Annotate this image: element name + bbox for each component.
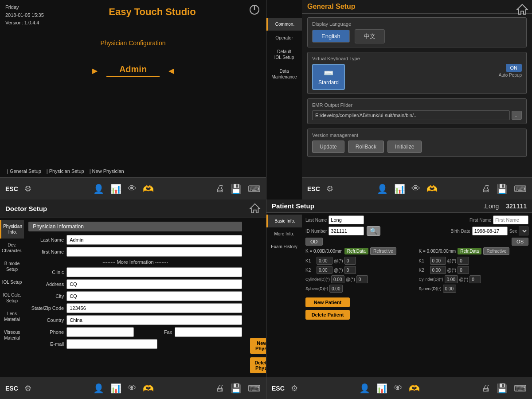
patient-sidebar-exam-history[interactable]: Exam History	[266, 240, 302, 253]
nav-new-physician[interactable]: | New Physician	[90, 168, 124, 174]
sidebar-operator[interactable]: Operator	[266, 31, 302, 44]
delete-patient-btn[interactable]: Delete Patient	[305, 310, 350, 320]
od-refr-data-btn[interactable]: Refr.Data	[344, 248, 368, 254]
fax-input[interactable]	[175, 327, 242, 337]
eye-icon[interactable]: 👁	[128, 184, 137, 194]
od-k2-axis-input[interactable]	[344, 266, 356, 274]
general-save-icon[interactable]: 💾	[497, 184, 508, 194]
od-k1-axis-input[interactable]	[344, 257, 356, 265]
admin-prev-btn[interactable]: ▶	[92, 66, 98, 75]
patient-eye-icon[interactable]: 👁	[394, 383, 403, 393]
sidebar-common[interactable]: Common.	[266, 18, 302, 31]
patient-sidebar-more-info[interactable]: More Info.	[266, 227, 302, 240]
nav-physician-setup[interactable]: | Physician Setup	[47, 168, 84, 174]
state-input[interactable]	[66, 303, 242, 313]
general-gear-icon[interactable]: ⚙	[326, 184, 333, 194]
home-icon[interactable]	[516, 3, 528, 15]
emr-browse-btn[interactable]: ...	[512, 111, 522, 120]
general-keyboard-icon[interactable]: ⌨	[514, 184, 527, 194]
shape-icon[interactable]: 🫶	[143, 184, 154, 194]
address-input[interactable]	[66, 279, 242, 289]
patient-waveform-icon[interactable]: 📊	[376, 383, 387, 394]
doc-sidebar-iol-calc[interactable]: IOL Calc. Setup	[0, 289, 24, 307]
od-button[interactable]: OD	[305, 238, 323, 246]
doc-sidebar-iol-setup[interactable]: IOL Setup	[0, 276, 24, 289]
doctor-esc-btn[interactable]: ESC	[5, 385, 18, 392]
general-person-icon[interactable]: 👤	[377, 184, 388, 194]
patient-esc-btn[interactable]: ESC	[272, 385, 285, 392]
od-k2-input[interactable]	[317, 266, 332, 274]
email-input[interactable]	[66, 339, 157, 349]
patient-person-icon[interactable]: 👤	[359, 383, 370, 394]
city-input[interactable]	[66, 291, 242, 301]
lang-english-btn[interactable]: English	[312, 30, 350, 43]
patient-print-icon[interactable]: 🖨	[481, 383, 490, 393]
os-k2-axis-input[interactable]	[458, 266, 469, 274]
general-waveform-icon[interactable]: 📊	[394, 184, 405, 194]
patient-last-name-input[interactable]	[329, 215, 364, 224]
patient-gear-icon[interactable]: ⚙	[291, 383, 298, 393]
delete-physician-btn[interactable]: Delete Phys.	[250, 357, 266, 373]
patient-id-input[interactable]	[329, 227, 364, 235]
rollback-btn[interactable]: RollBack	[348, 141, 384, 153]
phone-input[interactable]	[66, 327, 134, 337]
os-sphere-input[interactable]	[443, 285, 456, 293]
admin-next-btn[interactable]: ◀	[168, 66, 174, 75]
general-print-icon[interactable]: 🖨	[481, 184, 490, 194]
os-k1-input[interactable]	[430, 257, 446, 265]
doctor-waveform-icon[interactable]: 📊	[110, 383, 121, 394]
clinic-input[interactable]	[66, 267, 242, 277]
os-button[interactable]: OS	[512, 238, 528, 246]
os-k2-input[interactable]	[430, 266, 446, 274]
doctor-keyboard-icon[interactable]: ⌨	[248, 383, 261, 394]
patient-save-icon[interactable]: 💾	[497, 383, 508, 394]
od-cylinder-input[interactable]	[331, 275, 344, 283]
keyboard-standard-btn[interactable]: ⌨️ Stardard	[312, 64, 345, 90]
patient-keyboard-icon[interactable]: ⌨	[514, 383, 527, 394]
new-physician-btn[interactable]: New Phys.	[250, 338, 266, 354]
update-btn[interactable]: Update	[312, 141, 344, 153]
save-icon[interactable]: 💾	[231, 184, 242, 194]
auto-popup-toggle[interactable]: ON	[506, 64, 522, 72]
patient-shape-icon[interactable]: 🫶	[409, 383, 420, 394]
waveform-icon[interactable]: 📊	[110, 184, 121, 194]
doctor-shape-icon[interactable]: 🫶	[143, 383, 154, 394]
general-eye-icon[interactable]: 👁	[411, 184, 420, 194]
person-icon[interactable]: 👤	[93, 184, 104, 194]
initialize-btn[interactable]: Initialize	[387, 141, 422, 153]
esc-button[interactable]: ESC	[5, 185, 18, 192]
patient-sidebar-basic-info[interactable]: Basic Info.	[266, 215, 302, 227]
patient-birth-input[interactable]	[472, 227, 508, 235]
doctor-gear-icon[interactable]: ⚙	[24, 383, 31, 393]
doc-sidebar-bmode-setup[interactable]: B mode Setup	[0, 257, 24, 276]
doctor-home-icon[interactable]	[249, 202, 261, 214]
doctor-print-icon[interactable]: 🖨	[215, 383, 224, 393]
new-patient-btn[interactable]: New Patient	[305, 297, 350, 307]
doctor-person-icon[interactable]: 👤	[93, 383, 104, 394]
doc-sidebar-lens-material[interactable]: Lens Material	[0, 307, 24, 326]
first-name-input[interactable]	[66, 247, 242, 257]
doc-sidebar-dev-character[interactable]: Dev. Character.	[0, 239, 24, 257]
patient-first-name-input[interactable]	[493, 215, 528, 224]
od-cylinder-axis-input[interactable]	[356, 275, 368, 283]
nav-general-setup[interactable]: | General Setup	[7, 168, 41, 174]
os-refr-data-btn[interactable]: Refr.Data	[458, 248, 481, 254]
os-cylinder-axis-input[interactable]	[469, 275, 481, 283]
doc-sidebar-vitreous[interactable]: Vitreous Material	[0, 326, 24, 344]
lang-chinese-btn[interactable]: 中文	[355, 29, 385, 43]
doctor-eye-icon[interactable]: 👁	[128, 383, 137, 393]
keyboard-icon[interactable]: ⌨	[248, 184, 261, 194]
doctor-save-icon[interactable]: 💾	[231, 383, 242, 394]
gear-icon[interactable]: ⚙	[24, 184, 31, 194]
emr-path-input[interactable]	[312, 110, 510, 120]
print-icon[interactable]: 🖨	[215, 184, 224, 194]
od-refractive-btn[interactable]: Refractive	[370, 247, 396, 255]
od-sphere-input[interactable]	[329, 285, 343, 293]
sidebar-iol-setup[interactable]: DefaultIOL Setup	[266, 45, 302, 64]
doc-sidebar-physician-info[interactable]: Physician Info.	[0, 220, 24, 239]
last-name-input[interactable]	[66, 235, 242, 245]
os-k1-axis-input[interactable]	[458, 257, 469, 265]
country-input[interactable]	[66, 315, 242, 325]
general-shape-icon[interactable]: 🫶	[426, 184, 438, 194]
sidebar-data-maintenance[interactable]: DataMaintenance	[266, 65, 302, 83]
